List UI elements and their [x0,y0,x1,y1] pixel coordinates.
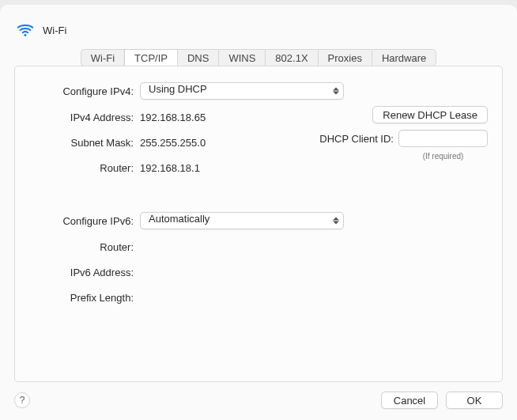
label-ipv6-address: IPv6 Address: [29,267,134,278]
label-configure-ipv6: Configure IPv6: [29,215,134,227]
value-subnet-mask: 255.255.255.0 [140,137,206,149]
label-subnet-mask: Subnet Mask: [29,137,134,149]
help-button[interactable]: ? [14,392,30,408]
window-title: Wi-Fi [43,25,66,36]
tab-8021x[interactable]: 802.1X [265,49,317,66]
footer: ? Cancel OK [14,382,503,409]
tcpip-panel: Configure IPv4: Using DHCP Renew DHCP Le… [14,66,503,382]
tab-dns[interactable]: DNS [177,49,218,66]
value-ipv4-address: 192.168.18.65 [140,112,206,123]
value-router-v4: 192.168.18.1 [140,162,200,174]
tab-hardware[interactable]: Hardware [372,49,436,66]
footer-buttons: Cancel OK [381,392,503,409]
configure-ipv6-select[interactable]: Automatically [140,212,344,229]
section-gap [29,185,488,202]
tab-wins[interactable]: WINS [218,49,265,66]
form-area: Configure IPv4: Using DHCP Renew DHCP Le… [29,82,488,305]
wifi-settings-window: Wi-Fi Wi-Fi TCP/IP DNS WINS 802.1X Proxi… [0,5,517,420]
label-prefix-length: Prefix Length: [29,292,134,304]
ok-button[interactable]: OK [446,392,503,409]
tab-bar: Wi-Fi TCP/IP DNS WINS 802.1X Proxies Har… [14,49,503,66]
tab-tcpip[interactable]: TCP/IP [124,49,177,66]
svg-point-0 [25,34,27,36]
label-ipv4-address: IPv4 Address: [29,112,134,123]
tab-wifi[interactable]: Wi-Fi [81,49,124,66]
configure-ipv4-select[interactable]: Using DHCP [140,82,344,100]
wifi-icon [16,21,35,40]
label-router-v4: Router: [29,162,134,174]
row-configure-ipv4-value: Using DHCP Renew DHCP Lease DHCP Client … [140,82,488,100]
title-row: Wi-Fi [14,17,503,49]
cancel-button[interactable]: Cancel [381,392,438,409]
label-router-v6: Router: [29,241,134,253]
tab-proxies[interactable]: Proxies [318,49,372,66]
label-configure-ipv4: Configure IPv4: [29,85,134,97]
